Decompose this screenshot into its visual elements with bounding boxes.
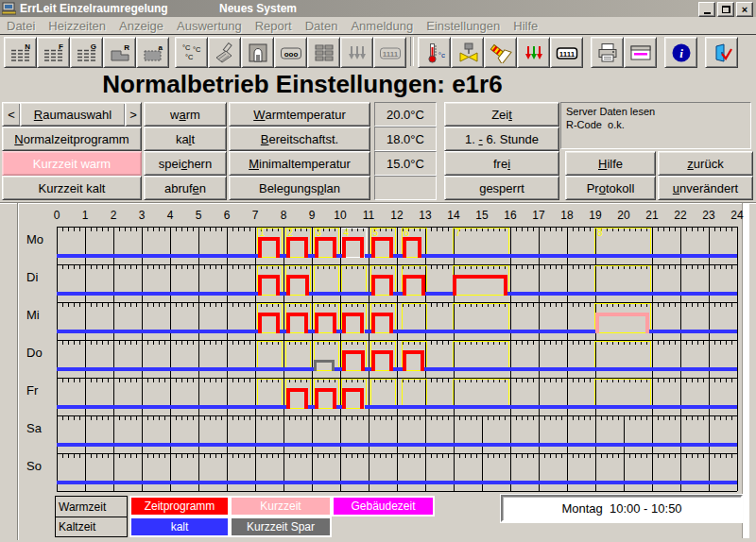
min-temp-field[interactable]: 15.0°C <box>374 151 437 176</box>
kalt-button[interactable]: kalt <box>144 127 227 151</box>
slot-box-do-7[interactable] <box>453 341 509 371</box>
hour-label-1: 1 <box>82 209 89 222</box>
info-button[interactable]: i <box>664 37 697 68</box>
menu-item-hilfe[interactable]: Hilfe <box>507 19 544 33</box>
raumbereich-button[interactable]: R <box>103 37 136 68</box>
thermometer-button[interactable]: °c <box>418 37 451 68</box>
werte-laden-inaktiv-button[interactable] <box>340 37 373 68</box>
restore-button[interactable] <box>717 2 734 17</box>
beenden-button[interactable] <box>705 37 738 68</box>
slot-box-di-4[interactable] <box>341 265 368 296</box>
slot-box-mi-3[interactable] <box>314 303 340 333</box>
menu-item-anzeige[interactable]: Anzeige <box>112 19 170 33</box>
slot-box-mo-5[interactable] <box>370 228 397 258</box>
slot-box-fr-7[interactable] <box>453 379 509 409</box>
zurueck-button[interactable]: zurück <box>658 151 753 176</box>
raum-button[interactable] <box>241 37 274 68</box>
slot-box-di-3[interactable] <box>314 265 340 296</box>
belegungsplan-button[interactable]: Belegungsplan <box>229 176 370 200</box>
slot-box-fr-5[interactable] <box>370 379 397 409</box>
extra-temp-field[interactable] <box>374 176 437 200</box>
hilfe-button[interactable]: Hilfe <box>565 151 656 176</box>
raumauswahl-button[interactable]: Raumauswahl <box>20 102 126 127</box>
fenster-button[interactable] <box>624 37 657 68</box>
slot-box-di-8[interactable] <box>594 265 651 296</box>
slot-box-di-5[interactable] <box>370 265 397 296</box>
menu-item-einstellungen[interactable]: Einstellungen <box>420 19 507 33</box>
normalzeitprogramm-button[interactable]: Normalzeitprogramm <box>2 127 142 151</box>
slot-box-mi-6[interactable] <box>402 303 427 333</box>
close-button[interactable]: × <box>736 2 753 17</box>
minimaltemperatur-button[interactable]: Minimaltemperatur <box>229 151 370 176</box>
anzeige-digital-button[interactable]: 1111 <box>550 37 583 68</box>
menu-item-report[interactable]: Report <box>249 19 299 33</box>
protokoll-button[interactable]: Protokoll <box>565 176 656 200</box>
gesperrt-button[interactable]: gesperrt <box>444 176 559 200</box>
frei-button[interactable]: frei <box>444 151 559 176</box>
bereitschaftst-button[interactable]: Bereitschaftst. <box>229 127 370 151</box>
warmtemperatur-button[interactable]: Warmtemperatur <box>229 102 370 127</box>
drucken-button[interactable] <box>591 37 624 68</box>
anzeige-ooo-button[interactable]: ooo <box>274 37 307 68</box>
slot-box-mi-2[interactable] <box>285 303 312 333</box>
menu-item-daten[interactable]: Daten <box>299 19 345 33</box>
menu-item-heizzeiten[interactable]: Heizzeiten <box>42 19 112 33</box>
slot-box-fr-1[interactable] <box>257 379 284 409</box>
slot-box-do-4[interactable] <box>341 341 368 371</box>
slot-box-mi-5[interactable] <box>370 303 397 333</box>
slot-box-mo-7[interactable] <box>453 228 509 258</box>
slot-box-mi-4[interactable] <box>341 303 368 333</box>
warm-button[interactable]: warm <box>144 102 227 127</box>
speichern-button[interactable]: speichern <box>144 151 227 176</box>
slot-box-mo-2[interactable] <box>285 228 312 258</box>
slot-box-di-6[interactable] <box>402 265 427 296</box>
reinigen-button[interactable] <box>208 37 241 68</box>
auswahl-bereich-button[interactable]: a <box>136 37 169 68</box>
slot-box-do-8[interactable] <box>594 341 651 371</box>
slot-box-mo-4[interactable] <box>341 228 368 258</box>
slot-box-do-5[interactable] <box>370 341 397 371</box>
slot-box-mo-1[interactable] <box>257 228 284 258</box>
menu-item-anmeldung[interactable]: Anmeldung <box>344 19 420 33</box>
kurzzeit-kalt-button[interactable]: Kurzzeit kalt <box>2 176 142 200</box>
menu-item-auswertung[interactable]: Auswertung <box>170 19 249 33</box>
slot-box-mo-8[interactable] <box>594 228 651 258</box>
stunde-button[interactable]: 1. - 6. Stunde <box>444 127 559 151</box>
unveraendert-button[interactable]: unverändert <box>658 176 753 200</box>
slot-box-mi-7[interactable] <box>453 303 509 333</box>
standby-temp-field[interactable]: 18.0°C <box>374 127 437 151</box>
slot-box-do-6[interactable] <box>402 341 427 371</box>
slot-box-do-2[interactable] <box>285 341 312 371</box>
menu-item-datei[interactable]: Datei <box>0 19 42 33</box>
slot-box-di-1[interactable] <box>257 265 284 296</box>
anzeige-digital-inaktiv-button[interactable]: 1111 <box>373 37 406 68</box>
heizzeiten-ferien-button[interactable]: F <box>37 37 70 68</box>
room-next-button[interactable]: > <box>125 102 142 127</box>
slot-box-mo-6[interactable] <box>402 228 427 258</box>
warm-temp-field[interactable]: 20.0°C <box>374 102 437 127</box>
slot-box-mo-3[interactable] <box>314 228 340 258</box>
minimize-button[interactable] <box>698 2 715 17</box>
slot-box-fr-6[interactable] <box>402 379 427 409</box>
temperaturen-button[interactable]: °C°C°C <box>175 37 208 68</box>
heizzeiten-gebaeude-button[interactable]: G <box>70 37 103 68</box>
slot-box-di-2[interactable] <box>285 265 312 296</box>
slot-box-fr-4[interactable] <box>341 379 368 409</box>
slot-box-fr-3[interactable] <box>314 379 340 409</box>
slot-box-do-1[interactable] <box>257 341 284 371</box>
abrufen-button[interactable]: abrufen <box>144 176 227 200</box>
werte-laden-button[interactable] <box>517 37 550 68</box>
lampe-button[interactable] <box>484 37 517 68</box>
heizzeiten-normal-button[interactable]: N <box>4 37 37 68</box>
slot-box-di-7[interactable] <box>453 265 509 296</box>
slot-box-do-3[interactable] <box>314 341 340 371</box>
kurzzeit-warm-button[interactable]: Kurzzeit warm <box>2 151 142 176</box>
slot-box-mi-8[interactable] <box>594 303 651 333</box>
room-prev-button[interactable]: < <box>2 102 21 127</box>
slot-box-fr-8[interactable] <box>594 379 651 409</box>
ventil-button[interactable] <box>451 37 484 68</box>
zeit-button[interactable]: Zeit <box>444 102 559 127</box>
slot-box-mi-1[interactable] <box>257 303 284 333</box>
bausteine-button[interactable] <box>307 37 340 68</box>
slot-box-fr-2[interactable] <box>285 379 312 409</box>
